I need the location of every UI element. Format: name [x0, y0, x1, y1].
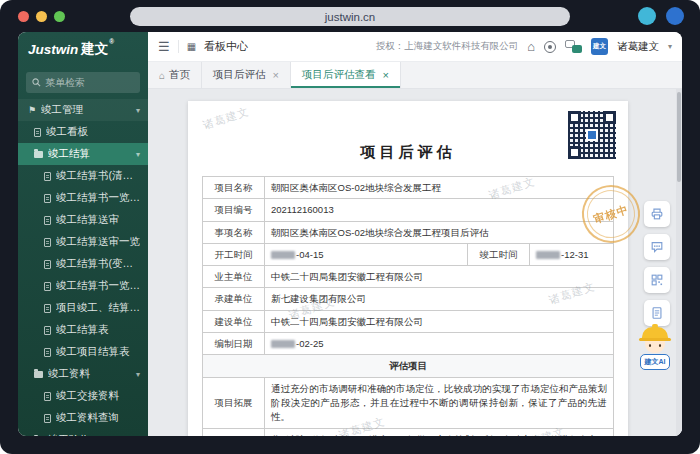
field-value: 202112160013: [265, 199, 614, 221]
mascot-eye: [649, 344, 651, 347]
document-icon: [34, 128, 41, 137]
vertical-scrollbar[interactable]: [676, 89, 682, 436]
window-action-button-1[interactable]: [638, 7, 656, 25]
menu-search-input[interactable]: [45, 77, 134, 88]
sidebar-item-settlement-review[interactable]: 竣工结算送审: [18, 209, 148, 231]
sidebar-item-label: 竣工项目结算表: [56, 345, 140, 359]
sidebar-item-label: 竣工交接资料: [56, 389, 140, 403]
close-icon[interactable]: ×: [382, 69, 388, 81]
tab-label: 首页: [169, 68, 190, 82]
chat-bubble-filled-icon: [572, 45, 582, 53]
table-row: 项目拓展 通过充分的市场调研和准确的市场定位，比较成功的实现了市场定位和产品策划…: [203, 377, 614, 429]
url-text: justwin.cn: [325, 11, 376, 23]
close-icon[interactable]: ×: [273, 69, 279, 81]
sidebar-item-settlement-doc-overview-list-mode[interactable]: 竣工结算书一览(清单模式): [18, 187, 148, 209]
sidebar-item-label: 竣工结算送审一览: [56, 235, 140, 249]
qrcode-button[interactable]: [644, 267, 670, 293]
close-window-button[interactable]: [18, 11, 29, 22]
redacted-text: [271, 340, 295, 348]
sidebar-item-settlement-doc-change-mode[interactable]: 竣工结算书(变更单模式): [18, 253, 148, 275]
print-icon: [650, 207, 664, 221]
sidebar-item-project-settlement-sheet[interactable]: 竣工项目结算表: [18, 341, 148, 363]
table-row: 项目名称 朝阳区奥体南区OS-02地块综合发展工程: [203, 177, 614, 199]
document-icon: [44, 194, 51, 203]
sidebar-item-settlement-doc-list-mode[interactable]: 竣工结算书(清单模式): [18, 165, 148, 187]
table-row: 营销管理 营销部门/依据建筑工程进度，积极做好广告策划，利用多种广告媒体进行多方…: [203, 429, 614, 436]
license-text: 授权：上海建文软件科技有限公司: [376, 40, 519, 53]
field-label: 开工时间: [203, 243, 265, 265]
section-header: 评估项目: [203, 355, 614, 377]
app-logo: Justwin 建文 ®: [18, 32, 148, 66]
tab-project-post-evaluation[interactable]: 项目后评估 ×: [202, 62, 291, 88]
header-right-cluster: 授权：上海建文软件科技有限公司 ⌂ 建文 诸葛建文 ▾: [376, 38, 672, 55]
browser-titlebar: justwin.cn: [0, 0, 700, 32]
sidebar-item-completion-acceptance[interactable]: 竣工验收 ▾: [18, 429, 148, 436]
field-value: -02-25: [265, 333, 614, 355]
kanban-icon: ▦: [187, 41, 196, 52]
menu-search[interactable]: [26, 72, 140, 93]
sidebar-item-completion-settlement[interactable]: 竣工结算 ▾: [18, 143, 148, 165]
field-label: 事项名称: [203, 221, 265, 243]
tab-label: 项目后评估查看: [302, 68, 376, 82]
document-icon: [650, 306, 664, 320]
field-value: 中铁二十四局集团安徽工程有限公司: [265, 310, 614, 332]
document-icon: [44, 172, 51, 181]
maximize-window-button[interactable]: [54, 11, 65, 22]
chevron-down-icon: ▾: [668, 42, 672, 51]
sidebar-item-label: 竣工管理: [41, 103, 131, 117]
comment-button[interactable]: [644, 234, 670, 260]
window-action-button-2[interactable]: [666, 7, 684, 25]
evaluation-document: 诸葛建文 诸葛建文 诸葛建文 诸葛建文 诸葛建文 诸葛建文 项目后评估: [188, 101, 628, 436]
sidebar-item-label: 竣工资料查询: [56, 411, 140, 425]
redacted-text: [271, 251, 295, 259]
mascot-face: [645, 341, 665, 353]
sidebar-item-settlement-doc-overview-change-mode[interactable]: 竣工结算书一览(变更单模式): [18, 275, 148, 297]
sidebar-item-completion-management[interactable]: ⚑ 竣工管理 ▾: [18, 99, 148, 121]
portal-center-link[interactable]: 看板中心: [204, 39, 248, 54]
sidebar-item-settlement-review-overview[interactable]: 竣工结算送审一览: [18, 231, 148, 253]
sidebar-item-settlement-sheet[interactable]: 竣工结算表: [18, 319, 148, 341]
minimize-window-button[interactable]: [36, 11, 47, 22]
titlebar-actions: [638, 7, 684, 25]
scrollbar-thumb[interactable]: [677, 92, 681, 182]
sidebar-item-label: 竣工结算送审: [56, 213, 140, 227]
print-button[interactable]: [644, 201, 670, 227]
table-row: 项目编号 202112160013: [203, 199, 614, 221]
field-value: 中铁二十四局集团安徽工程有限公司: [265, 266, 614, 288]
main-area: ☰ ▦ 看板中心 授权：上海建文软件科技有限公司 ⌂ 建文 诸葛建文 ▾ ⌂ 首…: [148, 32, 682, 436]
sidebar-item-handover-documents[interactable]: 竣工交接资料: [18, 385, 148, 407]
sidebar-item-label: 竣工验收: [48, 433, 131, 436]
sidebar-item-document-query[interactable]: 竣工资料查询: [18, 407, 148, 429]
sidebar-item-completion-documents[interactable]: 竣工资料 ▾: [18, 363, 148, 385]
messages-icon[interactable]: [565, 40, 582, 53]
field-label: 项目编号: [203, 199, 265, 221]
user-menu[interactable]: 诸葛建文: [617, 40, 659, 54]
field-value: -04-15: [265, 243, 468, 265]
stamp-text: 审核中: [592, 201, 631, 226]
sidebar-item-label: 竣工资料: [48, 367, 131, 381]
sidebar-item-completion-settlement-status[interactable]: 项目竣工、结算情况表: [18, 297, 148, 319]
tab-home[interactable]: ⌂ 首页: [148, 62, 202, 88]
ai-assistant-mascot[interactable]: 建文AI: [636, 327, 674, 370]
table-row: 事项名称 朝阳区奥体南区OS-02地块综合发展工程项目后评估: [203, 221, 614, 243]
document-icon: [44, 414, 51, 423]
sidebar-menu: ⚑ 竣工管理 ▾ 竣工看板 竣工结算 ▾ 竣工结算书(清单模式): [18, 99, 148, 436]
document-button[interactable]: [644, 300, 670, 326]
field-value: 朝阳区奥体南区OS-02地块综合发展工程项目后评估: [265, 221, 614, 243]
field-value: -12-31: [529, 243, 613, 265]
home-icon[interactable]: ⌂: [527, 40, 535, 53]
hard-hat-icon: [642, 327, 668, 339]
support-icon[interactable]: [544, 41, 556, 53]
tab-bar: ⌂ 首页 项目后评估 × 项目后评估查看 ×: [148, 62, 682, 89]
address-bar[interactable]: justwin.cn: [130, 7, 570, 26]
menu-toggle-icon[interactable]: ☰: [158, 39, 170, 54]
sidebar-item-completion-dashboard[interactable]: 竣工看板: [18, 121, 148, 143]
sidebar: Justwin 建文 ® ⚑ 竣工管理 ▾ 竣工看板: [18, 32, 148, 436]
tab-project-post-evaluation-view[interactable]: 项目后评估查看 ×: [291, 62, 401, 88]
floating-toolbar: [644, 201, 670, 326]
field-label: 建设单位: [203, 310, 265, 332]
table-row: 编制日期 -02-25: [203, 333, 614, 355]
table-row: 业主单位 中铁二十四局集团安徽工程有限公司: [203, 266, 614, 288]
mascot-body: 建文AI: [640, 354, 670, 370]
qr-center-logo: [586, 129, 598, 141]
